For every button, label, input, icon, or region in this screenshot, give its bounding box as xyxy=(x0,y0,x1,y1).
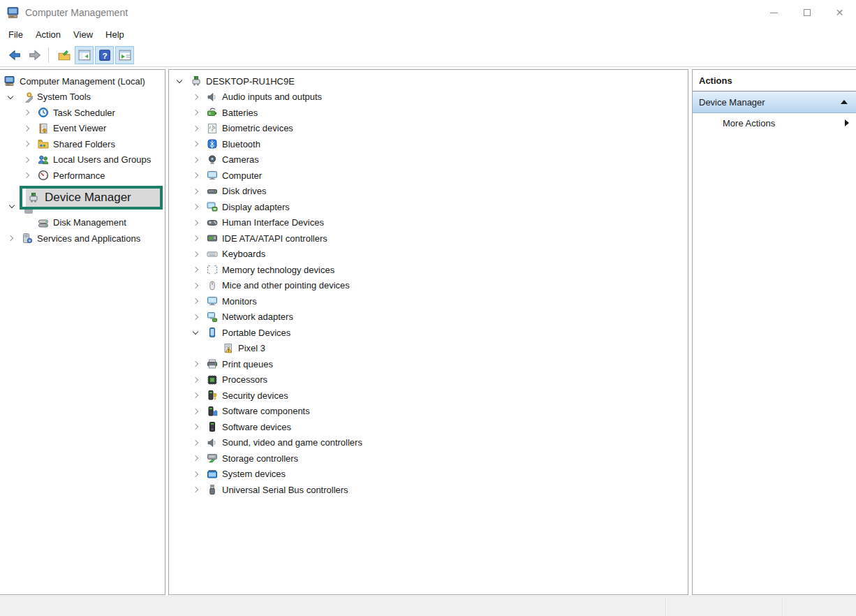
chevron-right-icon[interactable] xyxy=(22,155,31,165)
chevron-right-icon[interactable] xyxy=(191,390,200,400)
back-button[interactable] xyxy=(5,46,24,64)
chevron-right-icon[interactable] xyxy=(191,124,200,133)
chevron-right-icon[interactable] xyxy=(6,233,15,243)
chevron-right-icon[interactable] xyxy=(191,92,200,102)
chevron-right-icon[interactable] xyxy=(191,406,200,416)
tree-item-desktop-ru1hc9e[interactable]: DESKTOP-RU1HC9E xyxy=(169,73,688,89)
submenu-arrow-icon xyxy=(845,119,849,126)
title-bar: Computer Management ✕ xyxy=(0,0,856,25)
chevron-right-icon[interactable] xyxy=(191,186,200,196)
menu-file[interactable]: File xyxy=(2,27,29,43)
tree-item-mice-and-other-pointing-devices[interactable]: Mice and other pointing devices xyxy=(169,278,688,294)
actions-group-title: Device Manager xyxy=(699,97,765,108)
minimize-button[interactable] xyxy=(758,0,790,25)
close-button[interactable]: ✕ xyxy=(823,0,856,25)
chevron-right-icon[interactable] xyxy=(191,170,200,180)
collapse-arrow-icon[interactable] xyxy=(841,100,848,104)
chevron-right-icon[interactable] xyxy=(191,359,200,369)
tree-item-display-adapters[interactable]: Display adapters xyxy=(169,199,688,215)
tree-item-label: Computer xyxy=(222,170,262,181)
chevron-right-icon[interactable] xyxy=(191,469,200,479)
tree-item-audio-inputs-and-outputs[interactable]: Audio inputs and outputs xyxy=(169,89,688,105)
chevron-right-icon[interactable] xyxy=(191,485,200,494)
chevron-right-icon[interactable] xyxy=(191,265,200,274)
tree-item-portable-devices[interactable]: Portable Devices xyxy=(169,325,688,341)
forward-button[interactable] xyxy=(25,46,44,64)
actions-pane: Actions Device Manager More Actions xyxy=(692,69,856,595)
chevron-right-icon[interactable] xyxy=(191,375,200,385)
tree-item-security-devices[interactable]: Security devices xyxy=(169,388,688,404)
chevron-right-icon[interactable] xyxy=(191,438,200,448)
tree-item-bluetooth[interactable]: Bluetooth xyxy=(169,136,688,152)
chevron-right-icon[interactable] xyxy=(191,202,200,212)
tree-item-system-tools[interactable]: System Tools xyxy=(0,89,165,105)
tree-item-software-components[interactable]: Software components xyxy=(169,404,688,420)
more-actions-item[interactable]: More Actions xyxy=(693,113,856,133)
tree-item-network-adapters[interactable]: Network adapters xyxy=(169,309,688,325)
chevron-down-icon[interactable] xyxy=(7,201,17,211)
tree-item-software-devices[interactable]: Software devices xyxy=(169,419,688,435)
chevron-right-icon[interactable] xyxy=(191,249,200,259)
back-arrow-icon xyxy=(8,49,21,61)
chevron-right-icon[interactable] xyxy=(22,124,31,133)
chevron-right-icon[interactable] xyxy=(191,296,200,306)
tree-item-keyboards[interactable]: Keyboards xyxy=(169,247,688,263)
tree-item-human-interface-devices[interactable]: Human Interface Devices xyxy=(169,215,688,231)
chevron-down-icon[interactable] xyxy=(191,328,200,337)
tree-item-storage-controllers[interactable]: Storage controllers xyxy=(169,450,688,467)
tree-item-device-manager[interactable]: Device Manager xyxy=(26,189,160,207)
chevron-right-icon[interactable] xyxy=(22,170,31,180)
tree-item-disk-drives[interactable]: Disk drives xyxy=(169,184,688,200)
tree-item-system-devices[interactable]: System devices xyxy=(169,467,688,483)
menu-action[interactable]: Action xyxy=(29,27,67,43)
chevron-right-icon[interactable] xyxy=(191,155,200,165)
tree-item-label: Keyboards xyxy=(222,249,265,259)
chevron-right-icon[interactable] xyxy=(191,422,200,432)
chevron-right-icon[interactable] xyxy=(191,233,200,243)
tree-item-computer-management-local[interactable]: Computer Management (Local) xyxy=(0,73,165,89)
tree-item-universal-serial-bus-controllers[interactable]: Universal Serial Bus controllers xyxy=(169,482,688,498)
menu-help[interactable]: Help xyxy=(99,27,131,43)
chevron-down-icon[interactable] xyxy=(6,92,15,102)
tree-item-ide-ata-atapi-controllers[interactable]: IDE ATA/ATAPI controllers xyxy=(169,230,688,247)
status-bar-section xyxy=(0,596,665,616)
tree-item-biometric-devices[interactable]: Biometric devices xyxy=(169,121,688,137)
tree-item-task-scheduler[interactable]: Task Scheduler xyxy=(0,105,165,121)
tree-item-event-viewer[interactable]: Event Viewer xyxy=(0,121,165,137)
audio-icon xyxy=(207,91,218,103)
tree-item-monitors[interactable]: Monitors xyxy=(169,293,688,309)
tree-item-pixel-3[interactable]: Pixel 3 xyxy=(169,341,688,357)
chevron-right-icon[interactable] xyxy=(191,218,200,228)
show-hide-console-tree-button[interactable] xyxy=(75,46,94,64)
tree-item-label: DESKTOP-RU1HC9E xyxy=(206,76,295,87)
tree-item-batteries[interactable]: Batteries xyxy=(169,105,688,121)
device-manager-annotation-box[interactable]: Device Manager xyxy=(20,186,163,210)
chevron-down-icon[interactable] xyxy=(175,76,184,86)
actions-group-device-manager[interactable]: Device Manager xyxy=(693,91,856,113)
tree-item-local-users-and-groups[interactable]: Local Users and Groups xyxy=(0,152,165,168)
tree-item-memory-technology-devices[interactable]: Memory technology devices xyxy=(169,262,688,278)
tree-item-shared-folders[interactable]: Shared Folders xyxy=(0,136,165,152)
show-hide-action-pane-button[interactable] xyxy=(115,46,134,64)
chevron-right-icon[interactable] xyxy=(22,139,31,149)
maximize-button[interactable] xyxy=(790,0,823,25)
tree-item-print-queues[interactable]: Print queues xyxy=(169,356,688,372)
tree-item-performance[interactable]: Performance xyxy=(0,168,165,184)
export-list-button[interactable] xyxy=(54,46,73,64)
help-button[interactable]: ? xyxy=(95,46,114,64)
chevron-right-icon[interactable] xyxy=(191,281,200,291)
tree-item-label: Storage controllers xyxy=(222,453,298,464)
menu-view[interactable]: View xyxy=(67,27,99,43)
chevron-right-icon[interactable] xyxy=(191,312,200,322)
chevron-right-icon[interactable] xyxy=(191,139,200,149)
tree-item-processors[interactable]: Processors xyxy=(169,372,688,388)
chevron-right-icon[interactable] xyxy=(191,453,200,463)
chevron-right-icon[interactable] xyxy=(22,108,31,117)
tree-item-sound-video-and-game-controllers[interactable]: Sound, video and game controllers xyxy=(169,435,688,451)
tree-item-cameras[interactable]: Cameras xyxy=(169,152,688,168)
tree-item-computer[interactable]: Computer xyxy=(169,168,688,184)
window-controls: ✕ xyxy=(758,0,856,25)
chevron-right-icon[interactable] xyxy=(191,108,200,117)
tree-item-disk-management[interactable]: Disk Management xyxy=(0,215,165,231)
tree-item-services-and-applications[interactable]: Services and Applications xyxy=(0,230,165,247)
